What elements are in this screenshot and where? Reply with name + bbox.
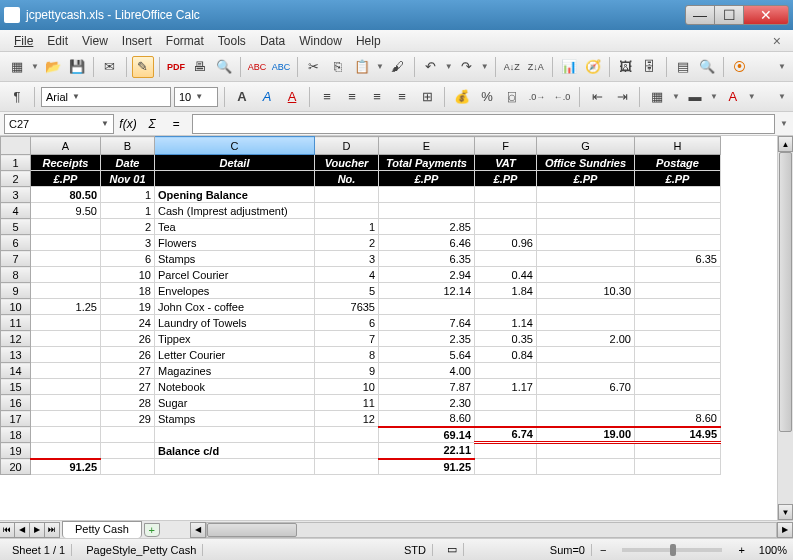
cell[interactable] [31,427,101,443]
cell[interactable]: John Cox - coffee [155,299,315,315]
cell[interactable] [537,395,635,411]
autocheck-icon[interactable]: ABC [270,56,292,78]
close-button[interactable]: ✕ [743,5,789,25]
cell[interactable]: 80.50 [31,187,101,203]
cell[interactable] [475,411,537,427]
increase-indent-icon[interactable]: ⇥ [611,86,633,108]
cell[interactable]: 1 [101,203,155,219]
scroll-down-icon[interactable]: ▼ [778,504,793,520]
cell[interactable] [635,459,721,475]
cell[interactable]: 6.35 [379,251,475,267]
header-cell[interactable]: £.PP [635,171,721,187]
add-sheet-icon[interactable]: + [144,523,160,537]
scroll-right-icon[interactable]: ▶ [777,522,793,538]
cell[interactable] [315,459,379,475]
cell[interactable] [635,203,721,219]
cell[interactable] [31,443,101,459]
tab-prev-icon[interactable]: ◀ [14,522,30,538]
row-header[interactable]: 15 [1,379,31,395]
cell[interactable]: 4.00 [379,363,475,379]
cell[interactable] [635,363,721,379]
formula-dropdown[interactable]: ▼ [779,119,789,128]
menu-view[interactable]: View [76,32,114,50]
row-header[interactable]: 14 [1,363,31,379]
cell[interactable] [475,251,537,267]
cell[interactable]: 9 [315,363,379,379]
cell[interactable]: 1 [315,219,379,235]
header-cell[interactable]: £.PP [379,171,475,187]
row-header[interactable]: 1 [1,155,31,171]
cell[interactable] [635,395,721,411]
header-cell[interactable]: Nov 01 [101,171,155,187]
status-mode[interactable]: STD [398,544,433,556]
menu-tools[interactable]: Tools [212,32,252,50]
titlebar[interactable]: jcpettycash.xls - LibreOffice Calc — ☐ ✕ [0,0,793,30]
cell[interactable] [635,235,721,251]
remove-decimal-icon[interactable]: ←.0 [551,86,573,108]
cell[interactable]: 12 [315,411,379,427]
menu-format[interactable]: Format [160,32,210,50]
zoom-in-icon[interactable]: + [738,544,744,556]
cell[interactable]: 2 [315,235,379,251]
cell[interactable]: 26 [101,347,155,363]
row-header[interactable]: 6 [1,235,31,251]
cell[interactable] [31,331,101,347]
new-dropdown[interactable]: ▼ [30,62,40,71]
cell[interactable]: 6 [101,251,155,267]
header-cell[interactable]: £.PP [475,171,537,187]
cell[interactable]: 18 [101,283,155,299]
cell[interactable] [537,315,635,331]
cell[interactable] [537,187,635,203]
align-center-icon[interactable]: ≡ [341,86,363,108]
cell[interactable]: 2.35 [379,331,475,347]
cell[interactable]: 8.60 [379,411,475,427]
cell[interactable]: 7.64 [379,315,475,331]
cell[interactable] [537,235,635,251]
cell[interactable]: Stamps [155,251,315,267]
header-cell[interactable]: Postage [635,155,721,171]
header-cell[interactable]: VAT [475,155,537,171]
cell[interactable] [635,331,721,347]
cell[interactable] [315,427,379,443]
cell[interactable]: 1.14 [475,315,537,331]
cell[interactable] [635,347,721,363]
menu-file[interactable]: File [8,32,39,50]
zoom-value[interactable]: 100% [759,544,787,556]
cell[interactable]: 0.35 [475,331,537,347]
fontcolor-icon[interactable]: A [722,86,744,108]
cell[interactable]: 1.17 [475,379,537,395]
header-cell[interactable]: Receipts [31,155,101,171]
horizontal-scrollbar[interactable]: ◀ ▶ [190,522,793,538]
zoom-out-icon[interactable]: − [600,544,606,556]
status-sum[interactable]: Sum=0 [472,544,592,556]
cell[interactable]: 2 [101,219,155,235]
cell[interactable]: 2.00 [537,331,635,347]
cell[interactable]: 26 [101,331,155,347]
cell[interactable]: 5 [315,283,379,299]
cell[interactable]: 22.11 [379,443,475,459]
menu-edit[interactable]: Edit [41,32,74,50]
open-icon[interactable]: 📂 [42,56,64,78]
underline-icon[interactable]: A [281,86,303,108]
pdf-icon[interactable]: PDF [165,56,187,78]
header-cell[interactable]: Total Payments [379,155,475,171]
header-cell[interactable]: Office Sundries [537,155,635,171]
cell[interactable]: 6.35 [635,251,721,267]
hscroll-thumb[interactable] [207,523,297,537]
align-left-icon[interactable]: ≡ [316,86,338,108]
undo-dropdown[interactable]: ▼ [444,62,454,71]
row-header[interactable]: 13 [1,347,31,363]
cell[interactable]: 19.00 [537,427,635,443]
status-signature-icon[interactable]: ▭ [441,543,464,556]
cell[interactable] [537,443,635,459]
cell[interactable] [379,299,475,315]
vscroll-thumb[interactable] [779,152,792,432]
cell[interactable] [31,411,101,427]
row-header[interactable]: 5 [1,219,31,235]
cut-icon[interactable]: ✂ [303,56,325,78]
sort-desc-icon[interactable]: Z↓A [525,56,547,78]
column-header[interactable]: E [379,137,475,155]
cell[interactable]: Flowers [155,235,315,251]
header-cell[interactable]: No. [315,171,379,187]
paste-icon[interactable]: 📋 [351,56,373,78]
